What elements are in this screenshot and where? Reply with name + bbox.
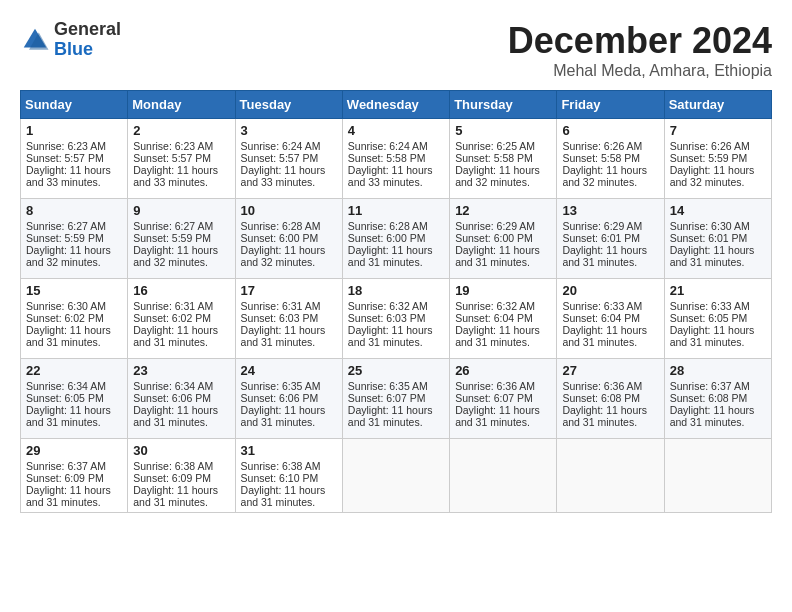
day-number: 11 [348,203,444,218]
calendar-cell [342,439,449,513]
calendar-week-2: 8 Sunrise: 6:27 AM Sunset: 5:59 PM Dayli… [21,199,772,279]
daylight-text: Daylight: 11 hours and 32 minutes. [133,244,218,268]
sunset-text: Sunset: 6:03 PM [348,312,426,324]
calendar-cell: 5 Sunrise: 6:25 AM Sunset: 5:58 PM Dayli… [450,119,557,199]
day-number: 25 [348,363,444,378]
sunrise-text: Sunrise: 6:26 AM [562,140,642,152]
sunset-text: Sunset: 5:58 PM [562,152,640,164]
sunrise-text: Sunrise: 6:36 AM [455,380,535,392]
daylight-text: Daylight: 11 hours and 31 minutes. [670,244,755,268]
day-number: 12 [455,203,551,218]
sunrise-text: Sunrise: 6:24 AM [241,140,321,152]
day-number: 4 [348,123,444,138]
calendar-cell: 27 Sunrise: 6:36 AM Sunset: 6:08 PM Dayl… [557,359,664,439]
sunset-text: Sunset: 5:59 PM [26,232,104,244]
sunset-text: Sunset: 5:58 PM [455,152,533,164]
calendar-cell [450,439,557,513]
calendar-cell: 12 Sunrise: 6:29 AM Sunset: 6:00 PM Dayl… [450,199,557,279]
sunset-text: Sunset: 6:07 PM [455,392,533,404]
day-number: 17 [241,283,337,298]
sunrise-text: Sunrise: 6:31 AM [241,300,321,312]
day-number: 5 [455,123,551,138]
calendar-cell: 18 Sunrise: 6:32 AM Sunset: 6:03 PM Dayl… [342,279,449,359]
sunset-text: Sunset: 6:03 PM [241,312,319,324]
daylight-text: Daylight: 11 hours and 32 minutes. [455,164,540,188]
daylight-text: Daylight: 11 hours and 31 minutes. [26,484,111,508]
sunset-text: Sunset: 6:00 PM [455,232,533,244]
day-header-monday: Monday [128,91,235,119]
calendar-table: SundayMondayTuesdayWednesdayThursdayFrid… [20,90,772,513]
day-number: 2 [133,123,229,138]
calendar-cell: 8 Sunrise: 6:27 AM Sunset: 5:59 PM Dayli… [21,199,128,279]
sunrise-text: Sunrise: 6:35 AM [348,380,428,392]
sunrise-text: Sunrise: 6:33 AM [670,300,750,312]
day-number: 7 [670,123,766,138]
day-header-friday: Friday [557,91,664,119]
header: General Blue December 2024 Mehal Meda, A… [20,20,772,80]
calendar-body: 1 Sunrise: 6:23 AM Sunset: 5:57 PM Dayli… [21,119,772,513]
daylight-text: Daylight: 11 hours and 31 minutes. [348,324,433,348]
calendar-cell: 3 Sunrise: 6:24 AM Sunset: 5:57 PM Dayli… [235,119,342,199]
sunset-text: Sunset: 6:02 PM [133,312,211,324]
calendar-cell: 14 Sunrise: 6:30 AM Sunset: 6:01 PM Dayl… [664,199,771,279]
logo: General Blue [20,20,121,60]
sunrise-text: Sunrise: 6:34 AM [26,380,106,392]
calendar-cell: 15 Sunrise: 6:30 AM Sunset: 6:02 PM Dayl… [21,279,128,359]
sunset-text: Sunset: 6:07 PM [348,392,426,404]
calendar-cell: 2 Sunrise: 6:23 AM Sunset: 5:57 PM Dayli… [128,119,235,199]
calendar-cell: 21 Sunrise: 6:33 AM Sunset: 6:05 PM Dayl… [664,279,771,359]
day-number: 16 [133,283,229,298]
logo-blue: Blue [54,40,121,60]
daylight-text: Daylight: 11 hours and 31 minutes. [455,244,540,268]
calendar-cell: 11 Sunrise: 6:28 AM Sunset: 6:00 PM Dayl… [342,199,449,279]
sunset-text: Sunset: 5:57 PM [26,152,104,164]
sunset-text: Sunset: 6:06 PM [133,392,211,404]
calendar-cell: 22 Sunrise: 6:34 AM Sunset: 6:05 PM Dayl… [21,359,128,439]
day-number: 18 [348,283,444,298]
calendar-cell: 7 Sunrise: 6:26 AM Sunset: 5:59 PM Dayli… [664,119,771,199]
sunset-text: Sunset: 6:00 PM [348,232,426,244]
sunrise-text: Sunrise: 6:34 AM [133,380,213,392]
sunrise-text: Sunrise: 6:27 AM [133,220,213,232]
day-number: 27 [562,363,658,378]
daylight-text: Daylight: 11 hours and 31 minutes. [562,324,647,348]
day-number: 26 [455,363,551,378]
sunrise-text: Sunrise: 6:30 AM [26,300,106,312]
calendar-cell: 6 Sunrise: 6:26 AM Sunset: 5:58 PM Dayli… [557,119,664,199]
sunrise-text: Sunrise: 6:28 AM [241,220,321,232]
sunrise-text: Sunrise: 6:36 AM [562,380,642,392]
calendar-cell: 29 Sunrise: 6:37 AM Sunset: 6:09 PM Dayl… [21,439,128,513]
location: Mehal Meda, Amhara, Ethiopia [508,62,772,80]
sunrise-text: Sunrise: 6:24 AM [348,140,428,152]
sunset-text: Sunset: 5:59 PM [133,232,211,244]
daylight-text: Daylight: 11 hours and 31 minutes. [26,404,111,428]
month-title: December 2024 [508,20,772,62]
daylight-text: Daylight: 11 hours and 33 minutes. [26,164,111,188]
sunrise-text: Sunrise: 6:38 AM [133,460,213,472]
sunset-text: Sunset: 5:59 PM [670,152,748,164]
calendar-week-4: 22 Sunrise: 6:34 AM Sunset: 6:05 PM Dayl… [21,359,772,439]
day-number: 9 [133,203,229,218]
calendar-week-1: 1 Sunrise: 6:23 AM Sunset: 5:57 PM Dayli… [21,119,772,199]
logo-general: General [54,20,121,40]
calendar-cell: 31 Sunrise: 6:38 AM Sunset: 6:10 PM Dayl… [235,439,342,513]
calendar-cell: 20 Sunrise: 6:33 AM Sunset: 6:04 PM Dayl… [557,279,664,359]
calendar-cell: 25 Sunrise: 6:35 AM Sunset: 6:07 PM Dayl… [342,359,449,439]
sunrise-text: Sunrise: 6:35 AM [241,380,321,392]
sunset-text: Sunset: 5:57 PM [241,152,319,164]
day-number: 28 [670,363,766,378]
day-number: 30 [133,443,229,458]
calendar-cell: 10 Sunrise: 6:28 AM Sunset: 6:00 PM Dayl… [235,199,342,279]
daylight-text: Daylight: 11 hours and 32 minutes. [241,244,326,268]
day-header-sunday: Sunday [21,91,128,119]
daylight-text: Daylight: 11 hours and 31 minutes. [348,404,433,428]
day-number: 6 [562,123,658,138]
sunrise-text: Sunrise: 6:31 AM [133,300,213,312]
day-header-wednesday: Wednesday [342,91,449,119]
sunrise-text: Sunrise: 6:25 AM [455,140,535,152]
calendar-cell: 28 Sunrise: 6:37 AM Sunset: 6:08 PM Dayl… [664,359,771,439]
sunrise-text: Sunrise: 6:38 AM [241,460,321,472]
sunset-text: Sunset: 6:00 PM [241,232,319,244]
daylight-text: Daylight: 11 hours and 32 minutes. [562,164,647,188]
daylight-text: Daylight: 11 hours and 31 minutes. [455,404,540,428]
